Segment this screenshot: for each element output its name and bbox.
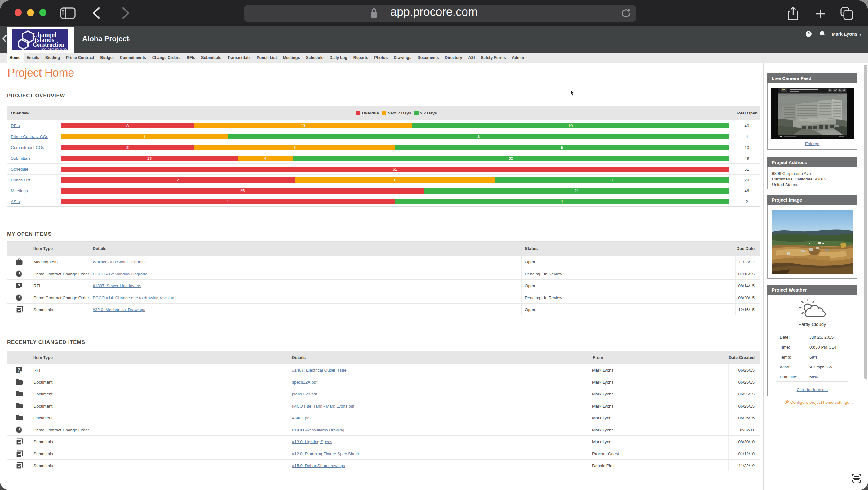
svg-text:SANTA BARBARA, CA: SANTA BARBARA, CA (41, 48, 67, 50)
svg-text:Construction: Construction (33, 41, 64, 48)
svg-text:?: ? (18, 283, 20, 288)
svg-text:?: ? (18, 367, 20, 372)
